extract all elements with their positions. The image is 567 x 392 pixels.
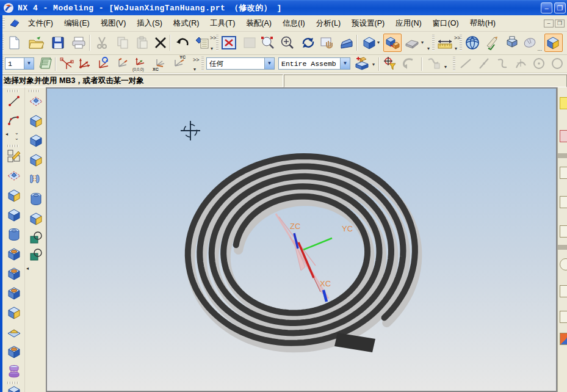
shaded-display-button[interactable] <box>360 34 378 52</box>
clipped-icon[interactable] <box>560 311 567 323</box>
chevron-down-icon[interactable]: ▼ <box>24 58 34 69</box>
paste-button[interactable] <box>133 34 151 52</box>
dropdown-arrow[interactable]: ▾ <box>444 65 447 70</box>
pan-button[interactable] <box>319 34 337 52</box>
zoom-in-out-button[interactable] <box>278 34 297 52</box>
perspective-button[interactable] <box>338 34 356 52</box>
snap-curve-button[interactable] <box>494 56 510 71</box>
sketch-button[interactable] <box>6 148 22 164</box>
menu-tools[interactable]: 工具(T) <box>204 16 240 31</box>
menu-help[interactable]: 帮助(H) <box>464 16 501 31</box>
menu-file[interactable]: 文件(F) <box>23 16 59 31</box>
delete-button[interactable] <box>151 34 170 52</box>
clipped-icon[interactable] <box>560 258 567 270</box>
wcs-dynamics-button[interactable] <box>59 56 74 71</box>
minimize-button[interactable]: – <box>541 2 552 13</box>
menu-edit[interactable]: 编辑(E) <box>59 16 95 31</box>
chevron-down-icon[interactable]: ▼ <box>340 58 350 69</box>
boss-button[interactable] <box>6 266 22 281</box>
datum-plane-button[interactable] <box>28 93 44 109</box>
snap-line2-button[interactable] <box>476 56 492 71</box>
rotate-view-button[interactable] <box>299 34 317 52</box>
clipped-icon[interactable] <box>560 97 567 109</box>
subtract-button[interactable] <box>28 247 44 263</box>
slot-button[interactable] <box>6 344 22 360</box>
graphics-window[interactable]: ZC YC XC <box>46 87 557 392</box>
wcs-yc-button[interactable]: YC <box>170 56 186 71</box>
cut-button[interactable] <box>93 34 111 52</box>
sheet-bend-button[interactable] <box>28 172 44 187</box>
menu-assemblies[interactable]: 装配(A) <box>240 16 277 31</box>
menu-window[interactable]: 窗口(O) <box>427 16 464 31</box>
find-component-button[interactable] <box>354 56 370 71</box>
datum-csys-button[interactable] <box>6 168 22 184</box>
wcs-orient-button[interactable] <box>114 56 129 71</box>
role-button[interactable] <box>463 34 482 52</box>
toolbar-grip[interactable] <box>432 35 435 51</box>
dropdown-arrow[interactable]: ▾ <box>377 40 380 45</box>
measure-button[interactable] <box>436 34 454 52</box>
trim-button[interactable] <box>28 211 44 227</box>
layer-combo[interactable]: 1 ▼ <box>5 57 34 70</box>
customize-button[interactable] <box>193 34 211 52</box>
part-display-button[interactable] <box>544 34 563 52</box>
groove-button[interactable] <box>6 363 22 379</box>
snap-arc-button[interactable] <box>513 56 529 71</box>
selection-filter-button[interactable] <box>382 56 398 71</box>
menu-view[interactable]: 视图(V) <box>95 16 132 31</box>
dome-button[interactable] <box>6 324 22 340</box>
zoom-scale-button[interactable] <box>240 34 259 52</box>
mdi-minimize-button[interactable]: – <box>544 20 554 27</box>
bend-button[interactable] <box>28 191 44 207</box>
toolbar-grip[interactable] <box>453 57 455 71</box>
clipped-icon[interactable] <box>560 285 567 297</box>
menu-application[interactable]: 应用(N) <box>390 16 427 31</box>
dropdown-arrow[interactable]: ▾ <box>427 46 430 51</box>
wcs-origin-button[interactable] <box>77 56 93 71</box>
edit-object-display-button[interactable] <box>383 34 402 52</box>
menu-format[interactable]: 格式(R) <box>168 16 204 31</box>
print-setup-button[interactable] <box>503 34 521 52</box>
clipped-icon[interactable] <box>560 196 567 208</box>
expand-more-icon[interactable]: ⌄⌄ <box>15 130 19 141</box>
toolbar-grip[interactable] <box>216 35 218 51</box>
display-mode-button[interactable] <box>403 34 421 52</box>
snap-line-button[interactable] <box>458 56 474 71</box>
dropdown-arrow[interactable]: ▾ <box>455 46 457 51</box>
mdi-restore-button[interactable]: ❐ <box>555 20 565 27</box>
unite-button[interactable] <box>28 230 44 246</box>
line-button[interactable] <box>6 93 22 109</box>
arc-button[interactable] <box>6 113 22 129</box>
hole-button[interactable] <box>6 246 22 262</box>
toolbar-grip[interactable] <box>7 145 20 147</box>
wcs-set-origin-button[interactable]: (0,0,0) <box>132 56 148 71</box>
toolbar-grip[interactable] <box>29 90 41 92</box>
dropdown-arrow[interactable]: ▾ <box>193 67 196 72</box>
dropdown-arrow[interactable]: ▾ <box>372 62 375 67</box>
collapse-left-icon[interactable]: ◂ <box>5 131 8 137</box>
dropdown-arrow[interactable]: ▾ <box>421 40 424 45</box>
clipped-icon[interactable] <box>560 167 567 179</box>
pocket-button[interactable] <box>6 285 22 301</box>
snap-circle-button[interactable] <box>549 56 565 71</box>
boss2-button[interactable] <box>28 152 44 168</box>
tube-button[interactable] <box>6 227 22 242</box>
open-button[interactable] <box>27 34 45 52</box>
layer-settings-button[interactable] <box>38 56 54 71</box>
pad-button[interactable] <box>6 305 22 321</box>
extrude-button[interactable] <box>28 113 44 129</box>
overflow-chevron[interactable]: >> <box>193 57 200 63</box>
revolve-button[interactable] <box>6 187 22 203</box>
new-button[interactable] <box>5 34 23 52</box>
chain-select-button[interactable] <box>426 56 442 71</box>
collapse-left-icon[interactable]: ◂ <box>26 266 29 271</box>
deselect-button[interactable] <box>400 56 416 71</box>
undo-button[interactable] <box>173 34 192 52</box>
menu-analysis[interactable]: 分析(L) <box>311 16 346 31</box>
menu-insert[interactable]: 插入(S) <box>131 16 168 31</box>
clipped-icon[interactable] <box>560 225 567 238</box>
wcs-rotate-button[interactable] <box>95 56 111 71</box>
toolbar-grip[interactable] <box>7 90 20 92</box>
snap-circle-center-button[interactable] <box>531 56 547 71</box>
fit-view-button[interactable] <box>220 34 238 52</box>
